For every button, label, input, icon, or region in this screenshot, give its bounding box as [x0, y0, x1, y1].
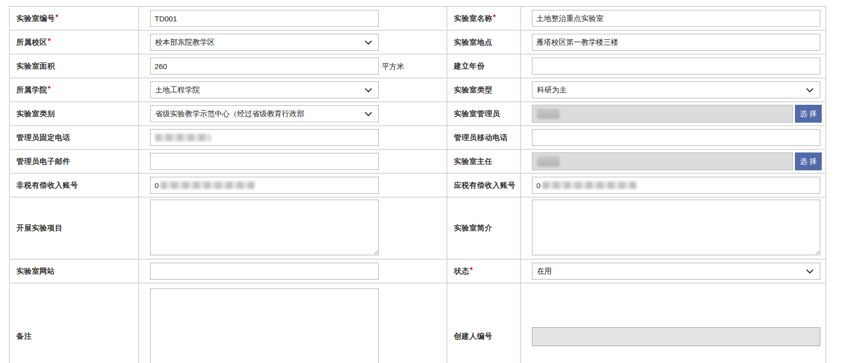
remarks-textarea[interactable] — [150, 289, 379, 363]
required-asterisk: * — [48, 84, 51, 92]
label-cell: 实验室地点 — [447, 30, 521, 54]
lab-code-label: 实验室编号 — [16, 14, 55, 22]
manager-mobile-input[interactable] — [532, 129, 820, 146]
lab-type-select[interactable]: 科研为主 — [532, 81, 820, 98]
lab-category-label: 实验室类别 — [16, 109, 55, 118]
field-cell: 0 — [521, 173, 826, 197]
form-row: 实验室类别 省级实验教学示范中心（经过省级教育行政部 实验室管理员 选 择 — [9, 102, 826, 126]
redacted-name-blur — [537, 156, 560, 167]
nontax-account-label: 非税有偿收入账号 — [16, 181, 78, 189]
label-cell: 状态* — [447, 259, 521, 283]
label-cell: 实验室网站 — [9, 259, 139, 283]
label-cell: 实验室名称* — [447, 6, 521, 30]
lab-manager-select-button[interactable]: 选 择 — [795, 105, 822, 123]
status-label: 状态 — [454, 267, 469, 275]
lab-code-input[interactable] — [150, 10, 379, 27]
campus-select[interactable]: 校本部东院教学区 — [150, 34, 379, 51]
status-select[interactable]: 在用 — [532, 263, 820, 280]
tax-account-label: 应税有偿收入账号 — [454, 181, 516, 189]
lab-type-select-value: 科研为主 — [537, 85, 567, 95]
lab-area-input[interactable] — [150, 58, 379, 74]
account-visible-prefix: 0 — [536, 181, 540, 190]
label-cell: 建立年份 — [447, 54, 521, 78]
chevron-down-icon — [806, 85, 813, 92]
form-row: 管理员固定电话 管理员移动电话 — [9, 126, 826, 149]
lab-name-input[interactable] — [532, 10, 820, 27]
field-cell: 省级实验教学示范中心（经过省级教育行政部 — [139, 102, 447, 126]
form-row: 实验室网站 状态* 在用 — [9, 259, 826, 283]
label-cell: 开展实验项目 — [9, 197, 139, 259]
area-unit-label: 平方米 — [382, 62, 404, 71]
manager-email-input[interactable] — [150, 153, 379, 170]
field-cell: 平方米 — [139, 54, 447, 78]
label-cell: 备注 — [9, 283, 139, 363]
lab-manager-label: 实验室管理员 — [454, 109, 500, 118]
college-label: 所属学院 — [16, 85, 47, 94]
field-cell: 土地工程学院 — [139, 78, 447, 102]
field-cell — [521, 30, 826, 54]
lab-director-field — [532, 152, 793, 170]
field-cell — [139, 149, 447, 173]
campus-label: 所属校区 — [16, 38, 47, 46]
lab-area-label: 实验室面积 — [16, 62, 55, 70]
lab-location-label: 实验室地点 — [454, 38, 493, 46]
chevron-down-icon — [365, 109, 372, 116]
label-cell: 实验室简介 — [447, 197, 521, 259]
field-cell — [139, 283, 447, 363]
college-select[interactable]: 土地工程学院 — [150, 81, 379, 98]
lab-website-label: 实验室网站 — [16, 267, 55, 275]
manager-phone-label: 管理员固定电话 — [16, 133, 71, 142]
manager-email-label: 管理员电子邮件 — [16, 157, 71, 165]
field-cell: 校本部东院教学区 — [139, 30, 447, 54]
lab-location-input[interactable] — [532, 34, 820, 51]
field-cell — [521, 54, 826, 78]
label-cell: 管理员电子邮件 — [9, 149, 139, 173]
form-row: 实验室编号* 实验室名称* — [9, 6, 826, 30]
lab-category-select[interactable]: 省级实验教学示范中心（经过省级教育行政部 — [150, 105, 379, 122]
label-cell: 所属学院* — [9, 78, 139, 102]
label-cell: 实验室面积 — [9, 54, 139, 78]
lab-director-select-button[interactable]: 选 择 — [795, 152, 822, 170]
field-cell — [521, 283, 826, 363]
required-asterisk: * — [56, 12, 59, 21]
field-cell: 在用 — [521, 259, 826, 283]
field-cell — [521, 6, 826, 30]
form-row: 管理员电子邮件 实验室主任 选 择 — [9, 149, 826, 173]
label-cell: 所属校区* — [9, 30, 139, 54]
field-cell — [139, 259, 447, 283]
campus-select-value: 校本部东院教学区 — [155, 38, 215, 47]
field-cell: 0 — [139, 173, 447, 197]
label-cell: 实验室类型 — [447, 78, 521, 102]
label-cell: 实验室类别 — [9, 102, 139, 126]
label-cell: 实验室编号* — [9, 6, 139, 30]
required-asterisk: * — [493, 12, 496, 21]
field-cell — [139, 197, 447, 259]
field-cell — [521, 197, 826, 259]
label-cell: 管理员移动电话 — [447, 126, 521, 149]
redacted-account-blur — [542, 182, 637, 189]
field-cell — [139, 126, 447, 149]
lab-name-label: 实验室名称 — [454, 14, 493, 22]
redacted-account-blur — [161, 182, 255, 189]
form-row: 实验室面积 平方米 建立年份 — [9, 54, 826, 78]
required-asterisk: * — [48, 36, 51, 45]
lab-intro-textarea[interactable] — [532, 200, 820, 255]
establish-year-label: 建立年份 — [454, 62, 485, 70]
lab-director-label: 实验室主任 — [454, 157, 493, 165]
establish-year-input[interactable] — [532, 58, 820, 74]
lab-website-input[interactable] — [150, 263, 379, 280]
lab-type-label: 实验室类型 — [454, 85, 493, 94]
chevron-down-icon — [806, 267, 813, 274]
account-visible-prefix: 0 — [155, 181, 159, 190]
experiment-projects-label: 开展实验项目 — [16, 223, 63, 232]
remarks-label: 备注 — [16, 332, 32, 340]
experiment-projects-textarea[interactable] — [150, 200, 379, 255]
chevron-down-icon — [365, 38, 372, 45]
redacted-phone-blur — [155, 134, 211, 142]
form-row: 开展实验项目 实验室简介 — [9, 197, 826, 259]
form-row: 所属校区* 校本部东院教学区 实验室地点 — [9, 30, 826, 54]
college-select-value: 土地工程学院 — [155, 85, 200, 95]
form-row: 非税有偿收入账号 0 应税有偿收入账号 0 — [9, 173, 826, 197]
form-row: 备注 创建人编号 — [9, 283, 826, 363]
lab-info-form: 实验室编号* 实验室名称* 所属校区* 校本部东院教学区 实验室地点 — [9, 6, 826, 363]
